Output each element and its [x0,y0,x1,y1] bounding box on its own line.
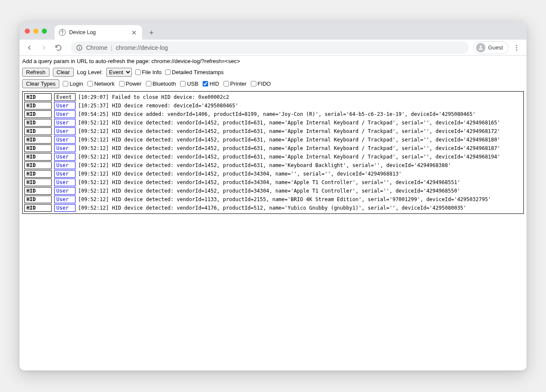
toolbar: Chrome | chrome://device-log Guest [20,40,526,56]
log-level: User [54,144,76,152]
clear-button[interactable]: Clear [53,68,74,77]
type-filter-checkbox[interactable] [251,81,256,86]
controls-row-1: Refresh Clear Log Level: Event File Info… [20,66,526,78]
log-message: [09:52:12] HID device detected: vendorId… [78,154,500,159]
profile-label: Guest [488,44,503,51]
file-info-checkbox[interactable] [135,69,141,75]
person-icon [476,43,485,52]
log-message: [09:52:12] HID device detected: vendorId… [78,129,500,134]
log-tag: HID [24,110,52,118]
detailed-timestamps-toggle[interactable]: Detailed Timestamps [165,69,224,75]
log-row: HIDUser[09:54:25] HID device added: vend… [23,110,523,118]
log-tag: HID [24,93,52,101]
log-level: User [54,179,76,186]
browser-tab[interactable]: Device Log ✕ [55,25,142,40]
log-row: HIDUser[09:52:12] HID device detected: v… [23,118,523,127]
type-filter-power[interactable]: Power [119,81,142,87]
log-level: User [54,127,76,135]
svg-point-1 [79,46,80,47]
url-text: chrome://device-log [116,44,168,51]
type-filter-checkbox[interactable] [119,81,125,86]
type-filter-checkbox[interactable] [63,81,68,86]
detailed-timestamps-checkbox[interactable] [165,69,171,75]
log-tag: HID [24,170,52,178]
type-filter-checkbox[interactable] [146,81,151,86]
log-level: User [54,170,76,178]
svg-point-5 [516,49,517,50]
svg-point-3 [516,45,517,46]
log-level: User [54,204,76,212]
log-row: HIDUser[10:25:37] HID device removed: de… [23,101,523,110]
file-info-toggle[interactable]: File Info [135,69,162,75]
type-filter-network[interactable]: Network [87,81,115,87]
log-tag: HID [24,144,52,152]
type-filter-fido[interactable]: FIDO [251,81,271,87]
log-level: User [54,136,76,144]
log-message: [09:52:12] HID device detected: vendorId… [78,180,460,185]
svg-rect-2 [79,47,79,49]
url-divider: | [111,44,113,51]
log-message: [09:52:12] HID device detected: vendorId… [78,163,451,168]
log-level: User [54,119,76,127]
log-tag: HID [24,136,52,144]
address-bar[interactable]: Chrome | chrome://device-log [71,41,469,54]
forward-button[interactable] [38,41,50,54]
log-message: [10:25:37] HID device removed: deviceId=… [78,103,238,108]
log-tag: HID [24,119,52,127]
clear-types-button[interactable]: Clear Types [22,79,59,88]
log-row: HIDUser[09:52:12] HID device detected: v… [23,204,523,212]
site-info-icon[interactable] [76,44,83,51]
log-tag: HID [24,196,52,203]
log-level: User [54,153,76,161]
refresh-button[interactable]: Refresh [22,68,49,77]
log-message: [09:52:12] HID device detected: vendorId… [78,137,500,142]
log-row: HIDUser[09:52:12] HID device detected: v… [23,127,523,135]
log-row: HIDUser[09:52:12] HID device detected: v… [23,195,523,204]
log-row: HIDUser[09:52:12] HID device detected: v… [23,178,523,187]
profile-chip[interactable]: Guest [473,41,508,54]
log-message: [09:52:12] HID device detected: vendorId… [78,205,466,210]
maximize-window-icon[interactable] [42,29,47,34]
log-row: HIDUser[09:52:12] HID device detected: v… [23,161,523,170]
log-level: User [54,196,76,203]
log-level: User [54,187,76,195]
back-button[interactable] [23,41,36,54]
type-filter-checkbox[interactable] [180,81,186,86]
log-level: User [54,102,76,110]
log-tag: HID [24,179,52,186]
type-filter-hid[interactable]: HID [203,81,219,87]
page-content: Add a query param in URL to auto-refresh… [20,56,526,370]
log-tag: HID [24,153,52,161]
log-level: Event [54,93,76,101]
minimize-window-icon[interactable] [33,29,38,34]
log-level-label: Log Level: [77,69,103,75]
log-tag: HID [24,161,52,169]
type-filter-bluetooth[interactable]: Bluetooth [146,81,176,87]
type-filter-printer[interactable]: Printer [224,81,247,87]
globe-icon [59,29,66,36]
tab-strip: Device Log ✕ + [20,22,526,40]
new-tab-button[interactable]: + [145,27,157,39]
type-filter-login[interactable]: Login [63,81,83,87]
log-area: HIDEvent[10:29:07] Failed to close HID d… [22,91,524,214]
log-message: [10:29:07] Failed to close HID device: 0… [78,95,229,100]
kebab-menu-icon[interactable] [510,41,523,54]
log-tag: HID [24,102,52,110]
reload-button[interactable] [52,41,65,54]
type-filter-usb[interactable]: USB [180,81,198,87]
type-filter-checkbox[interactable] [87,81,93,86]
log-level-select[interactable]: Event [106,68,132,77]
close-tab-icon[interactable]: ✕ [131,29,138,36]
log-tag: HID [24,127,52,135]
auto-refresh-hint: Add a query param in URL to auto-refresh… [20,56,526,66]
type-filter-checkbox[interactable] [224,81,229,86]
type-filter-checkbox[interactable] [203,81,208,86]
log-message: [09:54:25] HID device added: vendorId=14… [78,112,476,117]
log-row: HIDUser[09:52:12] HID device detected: v… [23,135,523,144]
log-message: [09:52:12] HID device detected: vendorId… [78,120,500,125]
log-message: [09:52:12] HID device detected: vendorId… [78,146,500,151]
log-message: [09:52:12] HID device detected: vendorId… [78,171,402,176]
log-message: [09:52:12] HID device detected: vendorId… [78,188,460,193]
close-window-icon[interactable] [25,29,30,34]
log-row: HIDUser[09:52:12] HID device detected: v… [23,187,523,195]
